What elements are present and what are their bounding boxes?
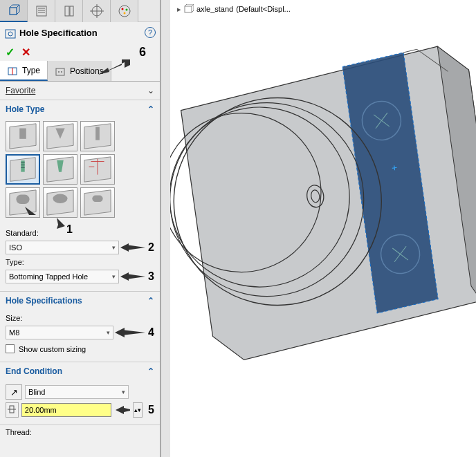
svg-point-17 [125, 9, 127, 11]
cancel-button[interactable]: ✕ [21, 46, 30, 59]
standard-value: ISO [9, 243, 22, 252]
custom-sizing-row[interactable]: Show custom sizing [6, 342, 154, 356]
dimxpert-tab[interactable] [83, 0, 111, 22]
hole-type-grid [6, 121, 154, 218]
callout-6: 6 [139, 45, 154, 59]
hole-slot[interactable] [80, 187, 115, 218]
svg-marker-58 [115, 328, 125, 337]
svg-point-20 [8, 32, 12, 36]
svg-marker-54 [120, 243, 129, 252]
chevron-up-icon: ⌃ [147, 296, 154, 306]
arrow-annotation-4 [113, 326, 147, 339]
custom-sizing-checkbox[interactable] [6, 344, 15, 353]
hole-counterbore-slot[interactable] [6, 187, 40, 218]
svg-marker-69 [177, 43, 476, 364]
cube-icon [7, 3, 21, 17]
tab-type[interactable]: Type [0, 61, 48, 81]
chevron-up-icon: ⌃ [147, 366, 154, 376]
end-condition-value: Blind [28, 388, 45, 396]
hole-wizard-icon [4, 26, 17, 39]
panel-header: Hole Specification ? [0, 22, 160, 43]
type-icon [7, 65, 18, 76]
panel-scrollbar[interactable] [161, 0, 170, 457]
tab-positions[interactable]: Positions [48, 61, 111, 81]
standard-label: Standard: [6, 227, 154, 239]
help-icon[interactable]: ? [145, 27, 156, 38]
arrow-annotation-3 [119, 270, 147, 283]
type-position-tabs: Type Positions [0, 61, 160, 82]
svg-rect-11 [70, 6, 73, 16]
hole-tapered-tap[interactable] [43, 154, 77, 185]
hole-type-label: Hole Type [6, 104, 44, 114]
svg-rect-63 [185, 6, 192, 12]
svg-marker-56 [120, 272, 129, 281]
svg-rect-10 [65, 6, 69, 16]
callout-3: 3 [147, 270, 154, 283]
panel-title: Hole Specification [17, 28, 145, 38]
type-select[interactable]: Bottoming Tapped Hole ▾ [6, 270, 119, 283]
svg-rect-23 [56, 68, 64, 75]
svg-point-25 [61, 71, 62, 73]
end-condition-select[interactable]: Blind ▾ [25, 385, 129, 399]
arrow-annotation-5 [114, 403, 130, 417]
svg-point-18 [123, 12, 125, 15]
breadcrumb-part: axle_stand [196, 5, 233, 13]
svg-point-16 [121, 8, 123, 10]
viewport[interactable]: ▸ axle_stand (Default<Displ... + [170, 0, 476, 457]
svg-marker-55 [126, 274, 145, 279]
callout-2: 2 [147, 241, 154, 254]
hole-spec-header[interactable]: Hole Specifications ⌃ [0, 292, 160, 310]
chevron-up-icon: ⌃ [147, 104, 154, 114]
end-condition-label: End Condition [6, 366, 62, 376]
svg-point-48 [53, 194, 68, 203]
hole-counterbore[interactable] [6, 121, 40, 151]
positions-icon [55, 66, 66, 77]
hole-legacy[interactable] [80, 154, 115, 185]
hole-countersink[interactable] [43, 121, 77, 151]
callout-4: 4 [147, 326, 154, 339]
favorite-section: Favorite ⌄ [0, 82, 160, 100]
config-manager-tab[interactable] [55, 0, 83, 22]
dropdown-icon: ▾ [107, 329, 110, 336]
hole-countersink-slot[interactable] [43, 187, 77, 218]
end-condition-header[interactable]: End Condition ⌃ [0, 362, 160, 380]
breadcrumb-config: (Default<Displ... [236, 5, 291, 13]
reverse-direction-button[interactable]: ↗ [6, 384, 22, 400]
size-label: Size: [6, 313, 154, 324]
config-icon [62, 4, 76, 18]
svg-line-2 [17, 5, 19, 8]
hole-type-header[interactable]: Hole Type ⌃ [0, 100, 160, 118]
svg-marker-49 [84, 190, 111, 215]
svg-rect-46 [16, 195, 29, 204]
type-label: Type: [6, 257, 154, 268]
dropdown-icon: ▾ [112, 273, 116, 280]
breadcrumb[interactable]: ▸ axle_stand (Default<Displ... [177, 4, 291, 14]
depth-icon-button[interactable] [6, 402, 19, 418]
depth-spinner[interactable]: ▴▾ [133, 402, 143, 418]
ok-button[interactable]: ✓ [6, 46, 15, 59]
confirm-row: ✓ ✕ 6 [0, 43, 160, 61]
dropdown-icon: ▾ [122, 389, 125, 395]
favorite-label: Favorite [6, 86, 35, 95]
model-view: + [170, 28, 476, 456]
hole-simple[interactable] [80, 121, 115, 151]
type-value: Bottoming Tapped Hole [9, 272, 88, 281]
appearance-tab[interactable] [111, 0, 138, 22]
svg-rect-0 [10, 8, 17, 15]
standard-select[interactable]: ISO ▾ [6, 241, 119, 254]
property-manager-tab[interactable] [28, 0, 55, 22]
favorite-header[interactable]: Favorite ⌄ [0, 82, 160, 100]
svg-marker-62 [116, 406, 124, 414]
tab-type-label: Type [22, 66, 40, 75]
hole-straight-tap[interactable] [6, 154, 40, 185]
svg-point-24 [58, 71, 60, 73]
hole-spec-label: Hole Specifications [6, 296, 82, 306]
depth-input[interactable] [21, 403, 111, 417]
svg-point-15 [119, 6, 130, 17]
size-select[interactable]: M8 ▾ [6, 326, 113, 339]
hole-spec-section: Hole Specifications ⌃ Size: M8 ▾ 4 Show … [0, 292, 160, 362]
feature-tree-tab[interactable] [0, 0, 28, 22]
chevron-down-icon: ⌄ [147, 86, 154, 95]
part-icon [184, 4, 194, 14]
end-condition-section: End Condition ⌃ ↗ Blind ▾ ▴▾ 5 [0, 362, 160, 425]
